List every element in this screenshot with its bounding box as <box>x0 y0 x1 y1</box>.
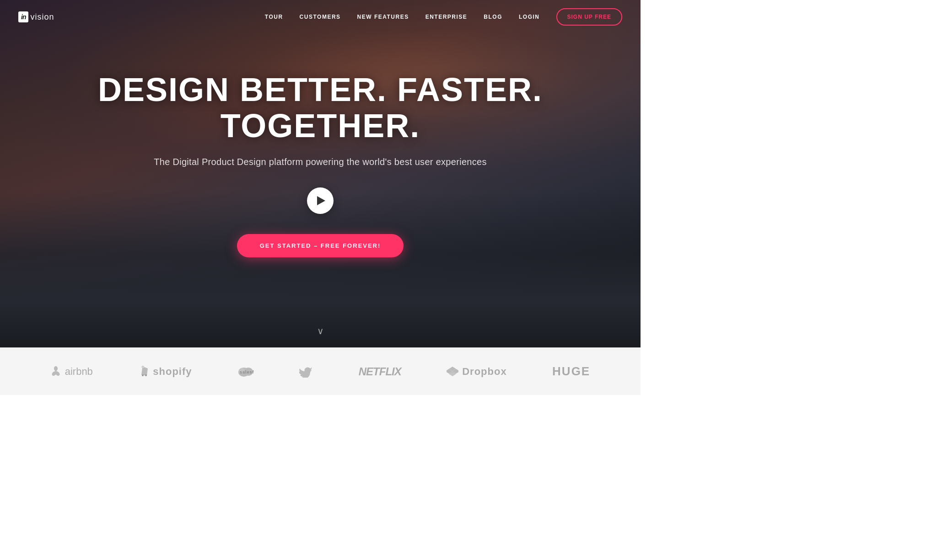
nav-enterprise[interactable]: ENTERPRISE <box>425 14 468 20</box>
hero-section: DESIGN BETTER. FASTER. TOGETHER. The Dig… <box>0 0 641 347</box>
twitter-icon <box>299 366 313 378</box>
hero-title: DESIGN BETTER. FASTER. TOGETHER. <box>9 72 631 144</box>
hero-content: DESIGN BETTER. FASTER. TOGETHER. The Dig… <box>0 72 641 257</box>
logo-vision-text: vision <box>30 12 54 22</box>
brand-shopify: shopify <box>138 366 192 378</box>
huge-label: HUGE <box>552 364 590 379</box>
nav-new-features[interactable]: NEW FEATURES <box>357 14 409 20</box>
svg-text:salesforce: salesforce <box>240 370 254 374</box>
nav-login[interactable]: LOGIN <box>519 14 540 20</box>
brand-salesforce: salesforce <box>237 366 254 378</box>
brand-dropbox: Dropbox <box>447 366 506 378</box>
scroll-arrow: ∨ <box>317 325 324 336</box>
logos-bar: airbnb shopify salesforce NETFLIX <box>0 347 641 395</box>
svg-point-0 <box>142 374 144 376</box>
brand-huge: HUGE <box>552 364 590 379</box>
nav-tour[interactable]: TOUR <box>265 14 283 20</box>
logo-box: in <box>18 11 28 22</box>
hero-subtitle: The Digital Product Design platform powe… <box>9 157 631 167</box>
netflix-label: NETFLIX <box>359 365 401 378</box>
shopify-label: shopify <box>153 366 192 378</box>
nav-blog[interactable]: BLOG <box>484 14 502 20</box>
play-button[interactable] <box>307 187 334 214</box>
brand-netflix: NETFLIX <box>359 365 401 378</box>
logo[interactable]: in vision <box>18 11 54 22</box>
airbnb-label: airbnb <box>65 366 93 378</box>
brand-airbnb: airbnb <box>50 365 93 378</box>
site-header: in vision TOUR CUSTOMERS NEW FEATURES EN… <box>0 0 641 34</box>
brand-twitter <box>299 366 313 378</box>
salesforce-icon: salesforce <box>237 366 254 378</box>
play-icon <box>317 196 325 205</box>
dropbox-icon <box>447 366 458 378</box>
logo-in-text: in <box>21 13 26 21</box>
nav-customers[interactable]: CUSTOMERS <box>300 14 341 20</box>
shopify-icon <box>138 366 149 378</box>
main-nav: TOUR CUSTOMERS NEW FEATURES ENTERPRISE B… <box>265 8 622 26</box>
airbnb-icon <box>50 365 61 378</box>
svg-point-1 <box>145 374 147 376</box>
cta-button[interactable]: GET STARTED – FREE FOREVER! <box>237 234 404 257</box>
dropbox-label: Dropbox <box>462 366 506 378</box>
signup-button[interactable]: SIGN UP FREE <box>556 8 622 26</box>
